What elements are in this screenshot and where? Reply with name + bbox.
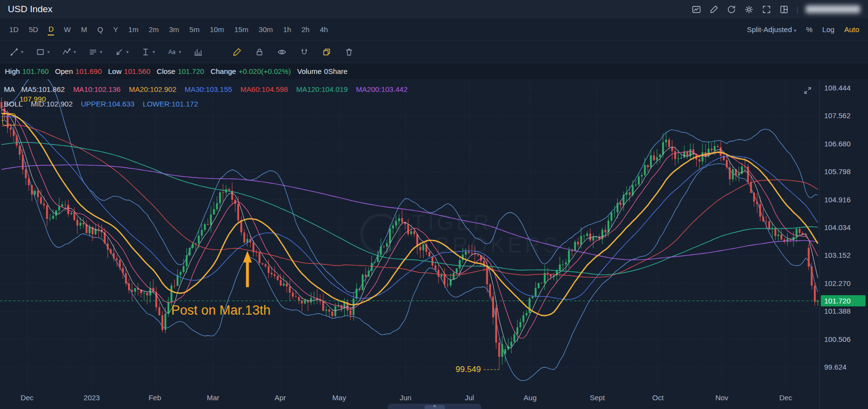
parallel-lines-tool[interactable]: ▾ — [88, 47, 102, 57]
x-axis-label: Dec — [20, 393, 34, 402]
annotation-arrow[interactable] — [243, 251, 252, 287]
timeframe-bar: 1D 5D D W M Q Y 1m 2m 3m 5m 10m — [0, 18, 868, 41]
x-axis-label: 2023 — [84, 393, 100, 402]
trend-line-tool[interactable]: ▾ — [9, 47, 23, 57]
chart-text-annotation[interactable]: Post on Mar.13th — [171, 303, 271, 318]
ma-legend-entry: MA30:103.155 — [185, 85, 232, 93]
timeframe-button[interactable]: 2m — [148, 24, 159, 35]
divider: | — [796, 5, 798, 14]
x-axis-label: Apr — [275, 393, 286, 402]
x-axis-label: May — [332, 393, 346, 402]
timeframe-button[interactable]: 5D — [28, 24, 38, 35]
ma-legend-entry: MA5:101.862 — [21, 85, 65, 93]
x-axis-label: Feb — [148, 393, 161, 402]
drawing-toolbar: ▾ ▾ ▾ ▾ ▾ ▾ Aa ▾ — [0, 41, 868, 63]
adjust-mode-dropdown[interactable]: Split-Adjusted▾ — [747, 25, 796, 34]
x-axis-label: Dec — [779, 393, 793, 402]
arrow-tool[interactable]: ▾ — [114, 47, 129, 57]
magnet-mode-button[interactable] — [299, 47, 310, 57]
ma-dropdown[interactable]: MA ▾ — [4, 85, 13, 93]
ohlc-item: Close101.720 — [157, 67, 204, 75]
chart-area[interactable]: TIGER BROKERS MA ▾ MA5:101.862MA10:102.1… — [0, 79, 868, 409]
wave-tool[interactable]: ▾ — [61, 47, 76, 57]
drawing-selection-handle[interactable] — [2, 113, 16, 125]
timeframe-button[interactable]: 5m — [189, 24, 200, 35]
ohlc-item: Volume0Share — [297, 67, 348, 75]
ohlc-item: Change+0.020(+0.02%) — [210, 67, 291, 75]
timeframe-button[interactable]: 30m — [258, 24, 273, 35]
x-axis-label: Sept — [590, 393, 605, 402]
timeframe-button[interactable]: 15m — [234, 24, 249, 35]
timeframe-button[interactable]: 3m — [168, 24, 180, 35]
chevron-down-icon: ▾ — [794, 28, 796, 33]
chevron-down-icon: ▾ — [74, 49, 76, 54]
y-axis-tick: 99.624 — [824, 363, 847, 371]
timeframe-button[interactable]: 1h — [283, 24, 292, 35]
volume-profile-tool[interactable] — [193, 47, 203, 57]
ma-indicator-legend: MA ▾ MA5:101.862MA10:102.136MA20:102.902… — [4, 85, 407, 93]
edit-chart-icon[interactable] — [709, 4, 719, 15]
delete-drawing-button[interactable] — [344, 47, 354, 57]
text-tool[interactable]: Aa ▾ — [166, 47, 181, 57]
timeframe-button[interactable]: 4h — [319, 24, 329, 35]
x-axis-label: Jul — [465, 393, 474, 402]
layout-grid-icon[interactable] — [779, 4, 789, 15]
scrollbar-handle[interactable]: ^ — [425, 405, 445, 409]
timeframe-button[interactable]: 1D — [9, 24, 19, 35]
ma-legend-entry: MA200:103.442 — [356, 85, 407, 93]
low-price-annotation[interactable]: 99.549 — [456, 365, 481, 374]
redacted-account-info — [806, 5, 860, 13]
ma10-line — [1, 111, 818, 338]
restore-scale-icon[interactable] — [803, 86, 812, 97]
boll-legend-entry: UPPER:104.633 — [81, 100, 134, 108]
boll-upper-line — [1, 79, 818, 293]
ma5-line — [1, 109, 818, 348]
timeframe-button[interactable]: Q — [97, 24, 104, 35]
timeframe-button[interactable]: 10m — [209, 24, 224, 35]
visibility-button[interactable] — [277, 47, 287, 57]
ohlc-item: High101.760 — [5, 67, 49, 75]
chart-horizontal-scrollbar[interactable]: ^ — [388, 404, 481, 409]
trading-app-window: USD Index | — [0, 0, 868, 409]
timeframe-button[interactable]: M — [80, 24, 88, 35]
x-axis-label: Oct — [652, 393, 664, 402]
price-axis[interactable]: 108.444107.562106.680105.798104.916104.0… — [819, 79, 868, 409]
rectangle-tool[interactable]: ▾ — [35, 47, 50, 57]
percent-scale-button[interactable]: % — [806, 25, 813, 34]
chevron-up-icon: ^ — [433, 405, 436, 409]
svg-text:Aa: Aa — [168, 49, 176, 55]
y-axis-tick: 103.152 — [824, 251, 850, 259]
refresh-icon[interactable] — [726, 4, 737, 15]
duplicate-drawing-button[interactable] — [321, 47, 332, 57]
brush-tool[interactable] — [232, 47, 242, 57]
down-candle-bodies — [0, 102, 815, 357]
drawing-price-label[interactable]: 107.990 — [19, 95, 46, 103]
chevron-down-icon: ▾ — [152, 49, 155, 54]
timeframe-button[interactable]: Y — [113, 24, 119, 35]
x-axis-label: Nov — [715, 393, 728, 402]
y-axis-tick: 104.034 — [824, 223, 850, 231]
y-axis-tick: 106.680 — [824, 140, 850, 148]
current-price-label: 101.720 — [821, 295, 866, 306]
auto-scale-button[interactable]: Auto — [844, 25, 859, 34]
y-axis-tick: 100.506 — [824, 335, 850, 343]
chart-settings-controls: Split-Adjusted▾ % Log Auto — [747, 25, 859, 34]
fullscreen-icon[interactable] — [761, 4, 772, 15]
price-range-tool[interactable]: ▾ — [140, 47, 155, 57]
timeframe-button[interactable]: W — [63, 24, 71, 35]
timeframe-button[interactable]: 1m — [128, 24, 139, 35]
timeframe-button[interactable]: 2h — [301, 24, 310, 35]
candlestick-chart[interactable] — [0, 79, 819, 409]
y-axis-tick: 102.270 — [824, 279, 850, 287]
page-title: USD Index — [8, 4, 53, 15]
log-scale-button[interactable]: Log — [822, 25, 834, 34]
boll-lower-line — [1, 120, 818, 381]
lock-drawings-button[interactable] — [254, 47, 265, 57]
chevron-down-icon: ▾ — [11, 88, 13, 93]
x-axis-label: Aug — [524, 393, 537, 402]
settings-icon[interactable] — [744, 4, 754, 15]
screenshot-icon[interactable] — [691, 4, 702, 15]
timeframe-button[interactable]: D — [48, 24, 54, 36]
ma-legend-entry: MA20:102.902 — [129, 85, 177, 93]
top-bar: USD Index | — [0, 0, 868, 18]
